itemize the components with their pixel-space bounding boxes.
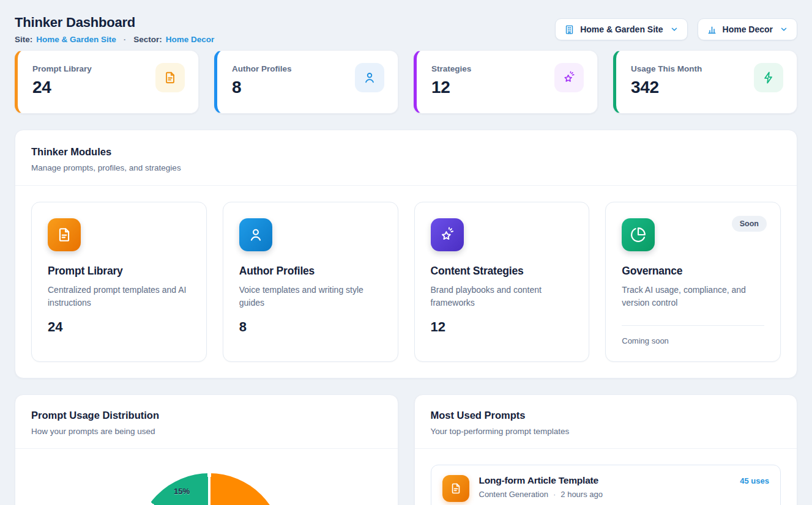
usage-card-subtitle: How your prompts are being used [31, 427, 382, 436]
chevron-down-icon [780, 25, 788, 34]
stat-text: Strategies 12 [431, 64, 471, 97]
module-card-content-strategies[interactable]: Content Strategies Brand playbooks and c… [414, 202, 590, 362]
page-title: Thinker Dashboard [15, 15, 214, 31]
prompt-item-category: Content Generation [479, 490, 548, 499]
dashboard-page: Thinker Dashboard Site: Home & Garden Si… [0, 0, 812, 505]
prompt-usage-card: Prompt Usage Distribution How your promp… [15, 394, 398, 505]
module-card-prompt-library[interactable]: Prompt Library Centralized prompt templa… [31, 202, 207, 362]
pie-chart-icon [622, 218, 655, 251]
site-selector-button[interactable]: Home & Garden Site [555, 18, 687, 40]
prompt-uses-badge: 45 uses [740, 476, 769, 485]
module-description: Voice templates and writing style guides [239, 284, 382, 309]
module-card-author-profiles[interactable]: Author Profiles Voice templates and writ… [223, 202, 398, 362]
prompt-item-time: 2 hours ago [561, 490, 603, 499]
document-icon [155, 63, 185, 92]
prompts-card-subtitle: Your top-performing prompt templates [431, 427, 781, 436]
stat-card-strategies: Strategies 12 [414, 50, 598, 114]
module-title: Content Strategies [431, 265, 573, 278]
document-icon [48, 218, 81, 251]
module-description: Track AI usage, compliance, and version … [622, 284, 764, 309]
prompt-item-text: Long-form Article Template Content Gener… [479, 475, 731, 499]
soon-badge: Soon [732, 216, 767, 232]
stat-text: Prompt Library 24 [32, 64, 92, 97]
module-divider [622, 325, 764, 326]
stat-text: Author Profiles 8 [232, 64, 292, 97]
stat-label: Author Profiles [232, 64, 292, 73]
coming-soon-text: Coming soon [622, 336, 764, 345]
modules-grid: Prompt Library Centralized prompt templa… [15, 186, 797, 378]
prompts-card-header: Most Used Prompts Your top-performing pr… [415, 395, 797, 449]
user-icon [355, 63, 384, 92]
prompts-list: Long-form Article Template Content Gener… [415, 449, 797, 505]
usage-card-header: Prompt Usage Distribution How your promp… [15, 395, 398, 449]
stat-value: 12 [431, 78, 471, 97]
sector-selector-label: Home Decor [723, 24, 773, 34]
module-description: Brand playbooks and content frameworks [431, 284, 573, 309]
breadcrumb-separator: · [124, 35, 127, 44]
prompt-list-item[interactable]: Long-form Article Template Content Gener… [431, 465, 781, 505]
lightning-icon [754, 63, 783, 92]
module-title: Governance [622, 265, 764, 278]
donut-chart [136, 473, 283, 505]
thinker-modules-panel: Thinker Modules Manage prompts, profiles… [15, 130, 797, 378]
modules-panel-header: Thinker Modules Manage prompts, profiles… [15, 130, 797, 186]
stat-value: 8 [232, 78, 292, 97]
usage-chart-area: 15% [15, 449, 398, 505]
chevron-down-icon [670, 25, 679, 34]
sector-link[interactable]: Home Decor [166, 35, 215, 44]
module-description: Centralized prompt templates and AI inst… [48, 284, 190, 309]
stat-label: Usage This Month [631, 64, 702, 73]
header-titles: Thinker Dashboard Site: Home & Garden Si… [15, 15, 214, 44]
site-link[interactable]: Home & Garden Site [36, 35, 116, 44]
modules-panel-subtitle: Manage prompts, profiles, and strategies [31, 163, 781, 172]
module-count: 12 [431, 319, 573, 335]
breadcrumb: Site: Home & Garden Site · Sector: Home … [15, 35, 214, 44]
bottom-row: Prompt Usage Distribution How your promp… [15, 394, 797, 505]
sector-label: Sector: [133, 35, 162, 44]
stat-value: 24 [32, 78, 92, 97]
stat-card-usage: Usage This Month 342 [613, 50, 797, 114]
module-title: Prompt Library [48, 265, 190, 278]
stat-text: Usage This Month 342 [631, 64, 702, 97]
meta-separator: · [553, 490, 556, 499]
stats-row: Prompt Library 24 Author Profiles 8 Stra… [15, 50, 797, 114]
page-header: Thinker Dashboard Site: Home & Garden Si… [15, 15, 797, 44]
site-label: Site: [15, 35, 32, 44]
prompt-item-title: Long-form Article Template [479, 475, 731, 486]
star-sparkle-icon [431, 218, 464, 251]
stat-card-author-profiles: Author Profiles 8 [214, 50, 398, 114]
header-selectors: Home & Garden Site Home Decor [555, 18, 797, 40]
sector-selector-button[interactable]: Home Decor [698, 18, 797, 40]
donut-chart-wrap: 15% [136, 473, 283, 505]
module-count: 24 [48, 319, 190, 335]
stat-label: Prompt Library [32, 64, 92, 73]
building-icon [564, 24, 575, 35]
donut-slice-label: 15% [168, 487, 195, 496]
star-sparkle-icon [554, 63, 584, 92]
module-title: Author Profiles [239, 265, 382, 278]
usage-card-title: Prompt Usage Distribution [31, 410, 382, 421]
prompts-card-title: Most Used Prompts [431, 410, 781, 421]
module-count: 8 [239, 319, 382, 335]
modules-panel-title: Thinker Modules [31, 146, 781, 158]
stat-card-prompt-library: Prompt Library 24 [15, 50, 199, 114]
stat-value: 342 [631, 78, 702, 97]
document-icon [442, 475, 469, 502]
stat-label: Strategies [431, 64, 471, 73]
site-selector-label: Home & Garden Site [580, 24, 663, 34]
module-card-governance[interactable]: Soon Governance Track AI usage, complian… [605, 202, 781, 362]
prompt-item-meta: Content Generation · 2 hours ago [479, 490, 731, 499]
bar-chart-icon [707, 24, 717, 35]
user-icon [239, 218, 272, 251]
most-used-prompts-card: Most Used Prompts Your top-performing pr… [414, 394, 798, 505]
